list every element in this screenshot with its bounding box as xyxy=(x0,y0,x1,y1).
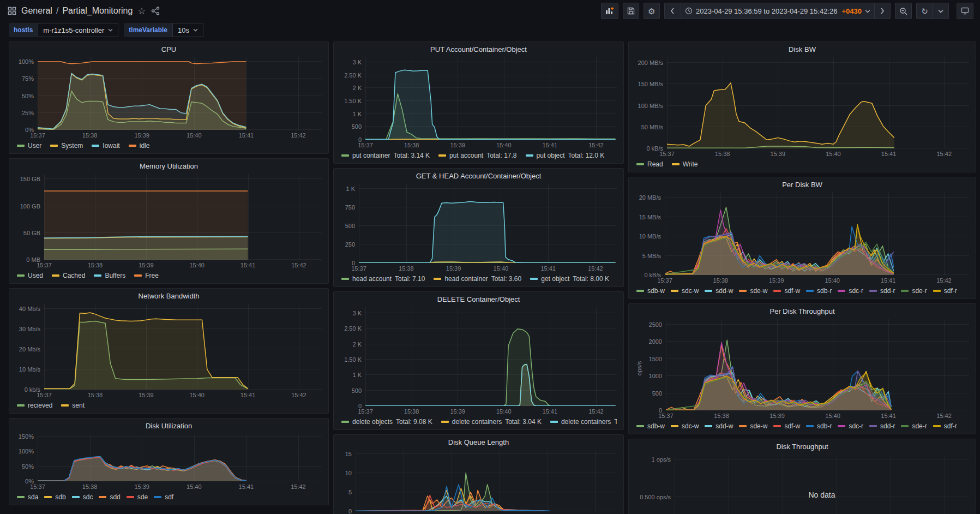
legend-item-delete containers[interactable]: delete containersTotal: 3.04 K xyxy=(550,418,617,426)
legend-item-sde-w[interactable]: sde-w xyxy=(739,287,767,295)
panel-title[interactable]: Disk BW xyxy=(629,42,976,56)
legend-label: sdd-r xyxy=(880,287,895,295)
legend-label: User xyxy=(28,142,41,150)
breadcrumb-folder[interactable]: General xyxy=(21,6,52,16)
x-tick-label: 15:37 xyxy=(37,262,52,268)
plot-region[interactable] xyxy=(359,184,617,263)
legend-item-sdf-w[interactable]: sdf-w xyxy=(773,287,800,295)
legend-item-put account[interactable]: put accountTotal: 17.8 xyxy=(438,152,516,159)
share-icon[interactable] xyxy=(151,7,160,15)
plot-region[interactable] xyxy=(665,193,969,275)
timezone-offset: +0430 xyxy=(841,7,862,15)
legend-item-sdf-r[interactable]: sdf-r xyxy=(933,422,957,430)
legend-swatch xyxy=(17,404,25,407)
y-tick-label: 50% xyxy=(22,93,34,99)
time-range-picker-button[interactable]: 2023-04-29 15:36:59 to 2023-04-29 15:42:… xyxy=(681,3,874,19)
legend-item-put container[interactable]: put containerTotal: 3.14 K xyxy=(341,152,430,159)
panel-title[interactable]: Disk Queue Length xyxy=(334,435,623,449)
zoom-out-button[interactable] xyxy=(895,3,912,19)
kiosk-mode-button[interactable] xyxy=(957,3,973,19)
plot-region[interactable] xyxy=(44,304,322,390)
legend-item-head container[interactable]: head containerTotal: 3.60 xyxy=(434,275,521,283)
x-tick-label: 15:41 xyxy=(881,413,896,419)
apps-grid-icon[interactable] xyxy=(8,7,16,15)
legend-item-sdf[interactable]: sdf xyxy=(154,493,173,501)
plot-region[interactable] xyxy=(365,57,617,140)
legend-item-User[interactable]: User xyxy=(17,142,41,150)
legend-item-get object[interactable]: get objectTotal: 8.00 K xyxy=(530,275,609,283)
panel-title[interactable]: Per Disk BW xyxy=(629,177,976,192)
legend-item-sdf-w[interactable]: sdf-w xyxy=(773,422,800,430)
legend-item-sde-r[interactable]: sde-r xyxy=(901,422,927,430)
x-tick-label: 15:37 xyxy=(30,132,45,139)
variable-timevariable-select[interactable]: 10s xyxy=(172,23,203,37)
legend-item-delete containers[interactable]: delete containersTotal: 3.04 K xyxy=(441,418,542,426)
panel-title[interactable]: PUT Account/Container/Object xyxy=(334,42,623,56)
legend-item-sdb-w[interactable]: sdb-w xyxy=(636,422,665,430)
legend-label: Buffers xyxy=(105,272,125,279)
panel-title[interactable]: DELETE Container/Object xyxy=(334,292,623,306)
panel-title[interactable]: Network Bandwidth xyxy=(9,289,328,303)
legend-item-sdc-r[interactable]: sdc-r xyxy=(838,287,863,295)
legend-item-sdb-r[interactable]: sdb-r xyxy=(806,287,832,295)
legend-item-sdf-r[interactable]: sdf-r xyxy=(933,287,957,295)
plot-region[interactable] xyxy=(365,307,617,406)
legend-item-sde-r[interactable]: sde-r xyxy=(901,287,927,295)
legend-item-Buffers[interactable]: Buffers xyxy=(94,272,125,279)
legend-item-head account[interactable]: head accountTotal: 7.10 xyxy=(341,275,425,283)
legend-item-sdc[interactable]: sdc xyxy=(72,493,93,501)
panel-title[interactable]: Disk Throughput xyxy=(629,439,976,453)
legend-item-sdc-w[interactable]: sdc-w xyxy=(671,422,699,430)
panel-title[interactable]: Disk Utilization xyxy=(9,419,328,433)
legend-item-sent[interactable]: sent xyxy=(61,402,85,409)
legend-item-sde[interactable]: sde xyxy=(127,493,148,501)
plot-region[interactable] xyxy=(667,57,969,148)
time-shift-forward-button[interactable] xyxy=(874,3,891,19)
legend-item-sdc-w[interactable]: sdc-w xyxy=(671,287,699,295)
time-shift-back-button[interactable] xyxy=(664,3,681,19)
plot-region[interactable] xyxy=(38,57,322,130)
legend-item-delete objects[interactable]: delete objectsTotal: 9.08 K xyxy=(341,418,432,426)
save-dashboard-button[interactable] xyxy=(623,3,639,19)
plot-region[interactable]: No data xyxy=(675,455,969,514)
refresh-interval-dropdown[interactable] xyxy=(933,3,949,19)
star-icon[interactable]: ☆ xyxy=(137,5,146,17)
legend-item-sda[interactable]: sda xyxy=(17,493,38,501)
legend-item-sdb-w[interactable]: sdb-w xyxy=(636,287,665,295)
x-tick-label: 15:39 xyxy=(446,265,461,272)
legend-item-Used[interactable]: Used xyxy=(17,272,43,279)
panel-title[interactable]: Per Disk Throughput xyxy=(629,304,976,318)
legend-item-sde-w[interactable]: sde-w xyxy=(739,422,767,430)
dashboard-settings-button[interactable]: ⚙ xyxy=(644,3,660,19)
legend-item-sdc-r[interactable]: sdc-r xyxy=(838,422,863,430)
plot-region[interactable] xyxy=(356,450,617,511)
panel-title[interactable]: GET & HEAD Account/Container/Object xyxy=(334,169,623,183)
legend-item-Iowait[interactable]: Iowait xyxy=(92,142,119,150)
plot-region[interactable] xyxy=(666,319,969,410)
legend-item-System[interactable]: System xyxy=(50,142,83,150)
legend-item-recieved[interactable]: recieved xyxy=(17,402,52,409)
legend-item-sdd[interactable]: sdd xyxy=(99,493,120,501)
plot-region[interactable] xyxy=(38,434,322,481)
panel-column-right: Disk BW0 kB/s50 MB/s100 MB/s150 MB/s200 … xyxy=(628,41,976,514)
legend-item-Free[interactable]: Free xyxy=(134,272,159,279)
legend-item-Write[interactable]: Write xyxy=(672,160,698,168)
legend-item-idle[interactable]: idle xyxy=(129,142,150,150)
legend-item-Cached[interactable]: Cached xyxy=(52,272,85,279)
x-tick-label: 15:37 xyxy=(358,142,373,148)
legend-item-sdd-w[interactable]: sdd-w xyxy=(705,422,733,430)
variable-hostls-select[interactable]: m-r1z1s5-controller xyxy=(38,23,118,37)
x-tick-label: 15:37 xyxy=(358,408,373,415)
panel-title[interactable]: Memory Utilization xyxy=(9,159,328,173)
legend-item-sdd-r[interactable]: sdd-r xyxy=(869,287,895,295)
add-panel-button[interactable] xyxy=(601,3,618,19)
refresh-button[interactable]: ↻ xyxy=(916,3,933,19)
panel-title[interactable]: CPU xyxy=(9,42,328,56)
legend-item-Read[interactable]: Read xyxy=(636,160,663,168)
legend-item-sdd-r[interactable]: sdd-r xyxy=(869,422,895,430)
legend-item-sdd-w[interactable]: sdd-w xyxy=(705,287,733,295)
plot-region[interactable] xyxy=(44,174,322,260)
legend-item-put object[interactable]: put objectTotal: 12.0 K xyxy=(526,152,605,159)
legend-item-sdb-r[interactable]: sdb-r xyxy=(806,422,832,430)
legend-item-sdb[interactable]: sdb xyxy=(44,493,65,501)
